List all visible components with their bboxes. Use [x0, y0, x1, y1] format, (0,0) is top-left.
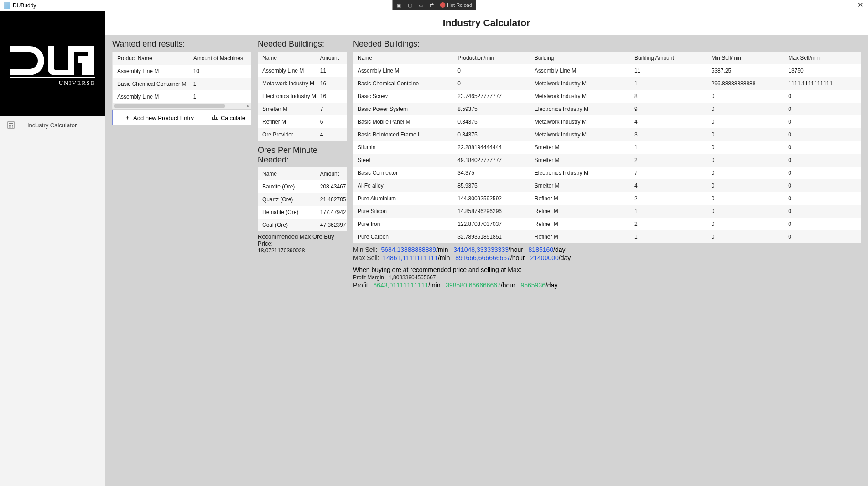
table-cell: 0 — [707, 115, 784, 128]
table-row[interactable]: Bauxite (Ore)208.43467 — [258, 180, 347, 193]
table-cell: 0 — [784, 141, 861, 154]
table-row[interactable]: Basic Chemical Container M1 — [113, 78, 251, 90]
add-product-entry-button[interactable]: ＋ Add new Product Entry — [112, 110, 206, 125]
table-cell: 296.88888888888 — [707, 77, 784, 90]
needed1-heading: Needed Buildings: — [258, 39, 347, 49]
needed1-col-amount[interactable]: Amount — [316, 52, 347, 64]
table-row[interactable]: Pure Iron122.87037037037Refiner M200 — [353, 218, 861, 230]
table-row[interactable]: Basic Connector34.375Electronics Industr… — [353, 167, 861, 179]
table-row[interactable]: Al-Fe alloy85.9375Smelter M400 — [353, 179, 861, 192]
max-sell-label: Max Sell: — [353, 254, 379, 261]
table-cell: Electronics Industry M — [530, 103, 630, 115]
needed2-table[interactable]: Name Production/min Building Building Am… — [353, 52, 861, 243]
table-cell: 9 — [630, 103, 707, 115]
table-cell: 0 — [784, 115, 861, 128]
table-row[interactable]: Pure Silicon14.858796296296Refiner M100 — [353, 205, 861, 218]
scroll-right-icon[interactable]: ▸ — [245, 103, 251, 109]
wanted-col-amount[interactable]: Amount of Machines — [189, 52, 251, 65]
debug-icon-1[interactable]: ▣ — [396, 2, 402, 8]
table-row[interactable]: Quartz (Ore)21.462705 — [258, 193, 347, 206]
table-row[interactable]: Ore Provider4 — [258, 128, 347, 141]
table-row[interactable]: Silumin22.288194444444Smelter M100 — [353, 141, 861, 154]
table-cell: Basic Chemical Containe — [353, 77, 453, 90]
close-icon[interactable]: ✕ — [858, 1, 863, 9]
table-cell: 122.87037037037 — [453, 218, 530, 230]
table-row[interactable]: Basic Mobile Panel M0.34375Metalwork Ind… — [353, 115, 861, 128]
needed2-col-prod[interactable]: Production/min — [453, 52, 530, 64]
table-row[interactable]: Assembly Line M11 — [258, 64, 347, 77]
table-cell: 0 — [784, 179, 861, 192]
table-cell: Assembly Line M — [113, 65, 189, 78]
table-cell: 0.34375 — [453, 128, 530, 141]
table-cell: 0 — [707, 90, 784, 103]
hot-reload-button[interactable]: Hot Reload — [440, 2, 472, 8]
table-cell: Hematite (Ore) — [258, 206, 316, 219]
table-cell: 8 — [630, 90, 707, 103]
table-row[interactable]: Metalwork Industry M16 — [258, 77, 347, 90]
svg-point-7 — [9, 127, 10, 128]
needed1-table[interactable]: Name Amount Assembly Line M11Metalwork I… — [258, 52, 347, 141]
needed2-col-bamt[interactable]: Building Amount — [630, 52, 707, 64]
svg-rect-3 — [9, 123, 13, 124]
ores-col-amount[interactable]: Amount — [316, 167, 347, 180]
wanted-col-product[interactable]: Product Name — [113, 52, 189, 65]
table-cell: Smelter M — [530, 141, 630, 154]
calculate-label: Calculate — [221, 115, 245, 121]
table-row[interactable]: Refiner M6 — [258, 115, 347, 128]
stop-icon — [440, 2, 445, 8]
table-row[interactable]: Assembly Line M1 — [113, 90, 251, 103]
table-row[interactable]: Pure Aluminium144.30092592592Refiner M20… — [353, 192, 861, 205]
table-cell: 11 — [316, 64, 347, 77]
debug-icon-3[interactable]: ▭ — [418, 2, 424, 8]
debug-icon-2[interactable]: ▢ — [407, 2, 413, 8]
ores-col-name[interactable]: Name — [258, 167, 316, 180]
table-row[interactable]: Assembly Line M0Assembly Line M115387.25… — [353, 64, 861, 77]
table-row[interactable]: Assembly Line M10 — [113, 65, 251, 78]
table-cell: Silumin — [353, 141, 453, 154]
table-row[interactable]: Hematite (Ore)177.47942 — [258, 206, 347, 219]
needed2-col-min[interactable]: Min Sell/min — [707, 52, 784, 64]
table-cell: 0 — [453, 77, 530, 90]
table-cell: Metalwork Industry M — [530, 128, 630, 141]
app-icon — [4, 2, 10, 9]
needed2-col-name[interactable]: Name — [353, 52, 453, 64]
table-row[interactable]: Basic Chemical Containe0Metalwork Indust… — [353, 77, 861, 90]
needed2-col-building[interactable]: Building — [530, 52, 630, 64]
needed1-col-name[interactable]: Name — [258, 52, 316, 64]
table-row[interactable]: Basic Screw23.746527777777Metalwork Indu… — [353, 90, 861, 103]
profit-day: 9565936 — [520, 282, 546, 289]
table-cell: Basic Mobile Panel M — [353, 115, 453, 128]
add-product-entry-label: Add new Product Entry — [133, 115, 194, 121]
table-cell: Refiner M — [530, 192, 630, 205]
recommended-ore-price-value: 18,0721170390028 — [258, 247, 305, 254]
table-row[interactable]: Pure Carbon32.789351851851Refiner M100 — [353, 230, 861, 243]
table-row[interactable]: Steel49.184027777777Smelter M200 — [353, 154, 861, 167]
debug-icon-4[interactable]: ⇄ — [429, 2, 435, 8]
ores-table[interactable]: Name Amount Bauxite (Ore)208.43467Quartz… — [258, 167, 347, 231]
table-cell: 0 — [707, 128, 784, 141]
table-row[interactable]: Electronics Industry M16 — [258, 90, 347, 103]
table-cell: Quartz (Ore) — [258, 193, 316, 206]
wanted-h-scrollbar[interactable]: ◂ ▸ — [113, 103, 251, 109]
table-cell: 34.375 — [453, 167, 530, 179]
table-row[interactable]: Smelter M7 — [258, 103, 347, 115]
wanted-table[interactable]: Product Name Amount of Machines Assembly… — [113, 52, 251, 103]
svg-point-8 — [10, 127, 11, 128]
table-row[interactable]: Basic Reinforced Frame I0.34375Metalwork… — [353, 128, 861, 141]
table-cell: 0 — [707, 218, 784, 230]
table-cell: 16 — [316, 90, 347, 103]
table-cell: Basic Reinforced Frame I — [353, 128, 453, 141]
table-cell: 4 — [630, 179, 707, 192]
svg-rect-0 — [10, 77, 95, 78]
table-row[interactable]: Basic Power System8.59375Electronics Ind… — [353, 103, 861, 115]
scroll-thumb[interactable] — [114, 104, 225, 108]
table-cell: Basic Screw — [353, 90, 453, 103]
table-cell: Basic Connector — [353, 167, 453, 179]
table-row[interactable]: Coal (Ore)47.362397 — [258, 219, 347, 231]
sidebar-item-industry-calculator[interactable]: Industry Calculator — [0, 116, 105, 134]
needed2-col-max[interactable]: Max Sell/min — [784, 52, 861, 64]
calculate-button[interactable]: Calculate — [206, 110, 251, 125]
profit-hour: 398580,666666667 — [446, 282, 501, 289]
max-sell-day: 21400000 — [530, 254, 558, 261]
svg-text:UNIVERSE: UNIVERSE — [59, 79, 95, 86]
